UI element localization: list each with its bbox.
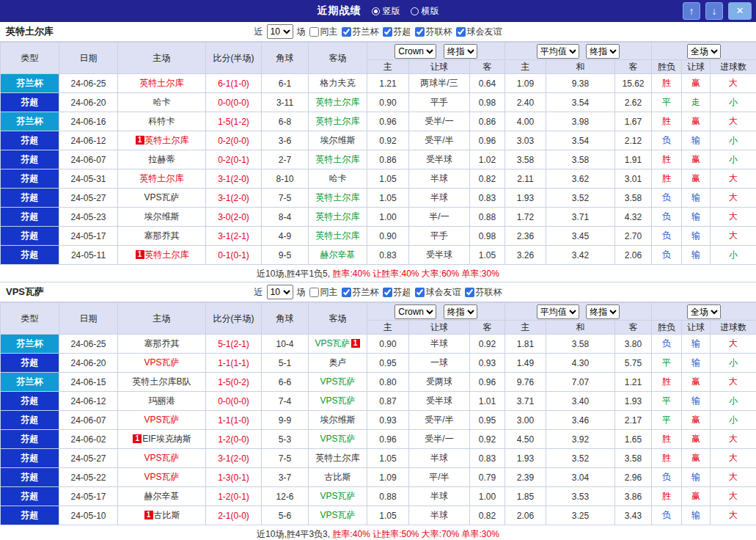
away-team-name[interactable]: 埃尔维斯 (320, 415, 356, 425)
average-select[interactable]: 平均值 (537, 44, 579, 59)
fulltime-select[interactable]: 全场 (687, 44, 721, 59)
recent-count-select[interactable]: 10 (267, 285, 293, 299)
home-team-name[interactable]: 英特土尔库 (140, 78, 184, 88)
home-team-name[interactable]: 英特土尔库B队 (132, 376, 191, 387)
same-home-checkbox[interactable] (309, 27, 319, 37)
league-checkbox[interactable] (342, 288, 351, 297)
avg-draw: 3.58 (546, 335, 615, 354)
avg-home: 3.00 (505, 411, 546, 430)
home-team-name[interactable]: 古比斯 (154, 510, 180, 520)
home-team-name[interactable]: 塞那乔其 (144, 338, 180, 349)
near-label: 近 (254, 26, 263, 38)
average-time-select[interactable]: 终指 (586, 304, 620, 319)
away-team-name[interactable]: 英特土尔库 (316, 116, 360, 126)
home-team-name[interactable]: VPS瓦萨 (144, 415, 179, 425)
away-team-name[interactable]: 英特土尔库 (316, 192, 360, 202)
match-row: 芬超24-05-31英特土尔库3-1(2-0)8-10哈卡1.05半球0.822… (1, 169, 756, 189)
home-team-name[interactable]: VPS瓦萨 (144, 357, 179, 368)
away-team-name[interactable]: 古比斯 (325, 472, 351, 482)
away-team-name[interactable]: VPS瓦萨 (320, 434, 355, 444)
fulltime-select[interactable]: 全场 (687, 304, 721, 319)
result-winlose: 平 (652, 411, 682, 430)
league-filter[interactable]: 芬兰杯 (342, 26, 379, 38)
odds-time-select[interactable]: 终指 (444, 44, 477, 59)
move-up-button[interactable]: ↑ (683, 2, 700, 20)
league-filter[interactable]: 芬联杯 (465, 286, 502, 299)
league-filter[interactable]: 芬超 (383, 286, 411, 299)
col-type: 类型 (1, 43, 59, 74)
result-handicap: 赢 (682, 112, 711, 131)
home-team-name[interactable]: 科特卡 (149, 116, 175, 126)
home-team-name[interactable]: EIF埃克纳斯 (142, 434, 191, 444)
average-select[interactable]: 平均值 (537, 304, 579, 319)
home-team-name[interactable]: 埃尔维斯 (144, 211, 180, 222)
home-team-name[interactable]: VPS瓦萨 (144, 453, 179, 463)
same-home-filter[interactable]: 同主 (309, 26, 338, 38)
league-checkbox[interactable] (383, 27, 392, 37)
match-score: 0-2(0-0) (206, 131, 262, 150)
away-team-name[interactable]: 英特土尔库 (316, 211, 360, 222)
home-team-name[interactable]: 塞那乔其 (144, 230, 180, 241)
match-date: 24-05-17 (59, 487, 118, 506)
avg-home: 2.11 (505, 169, 546, 189)
away-team-cell: VPS瓦萨1 (309, 335, 367, 354)
home-team-name[interactable]: VPS瓦萨 (144, 472, 179, 482)
move-down-button[interactable]: ↓ (705, 2, 723, 20)
away-team-name[interactable]: VPS瓦萨 (320, 376, 355, 387)
home-team-cell: 埃尔维斯 (118, 208, 206, 227)
league-checkbox[interactable] (456, 27, 466, 37)
away-team-name[interactable]: VPS瓦萨 (320, 395, 355, 406)
league-filter[interactable]: 球会友谊 (456, 26, 502, 38)
match-row: 芬超24-05-23埃尔维斯3-0(2-0)8-4英特土尔库1.00半/一0.8… (1, 208, 756, 227)
away-team-name[interactable]: 英特土尔库 (316, 97, 360, 107)
league-checkbox[interactable] (465, 288, 474, 297)
same-home-checkbox[interactable] (309, 288, 319, 297)
bookmaker-select[interactable]: Crown (394, 304, 436, 319)
match-row: 芬超24-06-12玛丽港0-0(0-0)7-4VPS瓦萨0.87受半球1.01… (1, 392, 756, 411)
away-team-name[interactable]: 赫尔辛基 (320, 249, 356, 260)
layout-horizontal-option[interactable]: 横版 (411, 5, 439, 18)
corner-score: 6-1 (262, 74, 309, 93)
result-handicap: 输 (682, 335, 711, 354)
away-team-name[interactable]: 埃尔维斯 (320, 135, 356, 145)
away-team-name[interactable]: 英特土尔库 (316, 453, 360, 463)
result-goals: 小 (711, 246, 756, 265)
avg-draw: 7.07 (546, 373, 615, 392)
bookmaker-select[interactable]: Crown (394, 44, 436, 59)
odds-handicap: 平/半 (409, 468, 470, 487)
average-time-select[interactable]: 终指 (586, 44, 620, 59)
away-team-name[interactable]: 奥卢 (329, 357, 347, 368)
league-checkbox[interactable] (415, 288, 425, 297)
home-team-name[interactable]: 拉赫蒂 (149, 154, 175, 164)
layout-vertical-option[interactable]: 竖版 (372, 5, 400, 18)
home-team-name[interactable]: 英特土尔库 (140, 173, 184, 183)
league-filter[interactable]: 芬兰杯 (342, 286, 379, 299)
away-team-name[interactable]: 哈卡 (329, 173, 347, 183)
league-filter[interactable]: 芬超 (383, 26, 411, 38)
away-team-name[interactable]: 格力夫克 (320, 78, 356, 88)
league-filter[interactable]: 芬联杯 (415, 26, 452, 38)
league-checkbox[interactable] (342, 27, 351, 37)
league-checkbox[interactable] (415, 27, 425, 37)
recent-count-select[interactable]: 10 (267, 24, 293, 39)
home-team-name[interactable]: 英特土尔库 (145, 135, 189, 145)
away-team-name[interactable]: VPS瓦萨 (320, 510, 355, 520)
col-goals-result: 进球数 (711, 321, 756, 335)
home-team-cell: 塞那乔其 (118, 335, 206, 354)
home-team-name[interactable]: 玛丽港 (149, 395, 175, 406)
home-team-name[interactable]: VPS瓦萨 (144, 192, 179, 202)
odds-home: 0.80 (367, 373, 409, 392)
close-button[interactable]: ✕ (728, 2, 752, 20)
home-team-name[interactable]: 赫尔辛基 (144, 491, 180, 501)
avg-home: 4.00 (505, 112, 546, 131)
league-checkbox[interactable] (383, 288, 392, 297)
same-home-filter[interactable]: 同主 (309, 286, 338, 299)
home-team-name[interactable]: 英特土尔库 (145, 249, 189, 260)
away-team-name[interactable]: VPS瓦萨 (315, 338, 350, 349)
away-team-name[interactable]: VPS瓦萨 (320, 491, 355, 501)
home-team-name[interactable]: 哈卡 (153, 97, 171, 107)
odds-time-select[interactable]: 终指 (444, 304, 477, 319)
league-filter[interactable]: 球会友谊 (415, 286, 461, 299)
away-team-name[interactable]: 英特土尔库 (316, 230, 360, 241)
away-team-name[interactable]: 英特土尔库 (316, 154, 360, 164)
